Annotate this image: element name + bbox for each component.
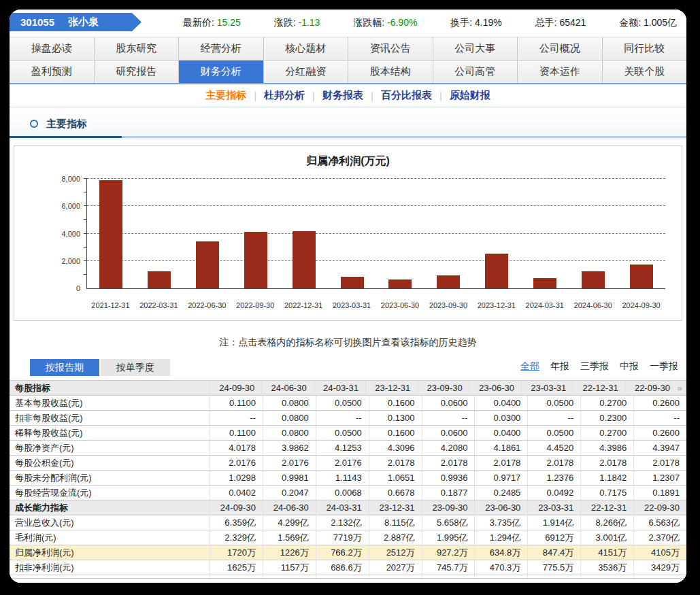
cell-value: 2.0176 <box>210 456 263 470</box>
cell-value: 4105万 <box>633 545 686 560</box>
nav-tab[interactable]: 关联个股 <box>603 61 687 83</box>
bar <box>533 278 556 288</box>
stat-value: 65421 <box>559 17 586 28</box>
stat-item: 涨跌幅: -6.90% <box>353 17 417 29</box>
x-axis-label: 2024-09-30 <box>617 301 665 309</box>
period-tab[interactable]: 按单季度 <box>101 359 170 376</box>
x-axis-label: 2022-03-31 <box>135 301 183 309</box>
subnav-link[interactable]: 百分比报表 <box>381 89 432 102</box>
column-header: 22-12-31 <box>580 500 633 515</box>
cell-value: 4.1861 <box>474 441 527 455</box>
stat-value: 1.005亿 <box>644 17 677 28</box>
nav-tab[interactable]: 分红融资 <box>264 61 348 83</box>
column-header: 24-06-30 <box>261 381 313 395</box>
column-header: 23-06-30 <box>474 500 527 515</box>
column-header: 23-09-30 <box>417 381 469 395</box>
row-label[interactable]: 稀释每股收益(元) <box>10 426 210 440</box>
report-filter-link[interactable]: 中报 <box>620 360 639 371</box>
report-filter-link[interactable]: 全部 <box>520 360 539 371</box>
section-underline-dark <box>10 136 122 138</box>
nav-tab[interactable]: 盈利预测 <box>10 61 94 83</box>
cell-value: 0.0600 <box>422 426 475 440</box>
subnav-link[interactable]: 财务报表 <box>322 89 363 102</box>
bottom-edge <box>10 578 686 583</box>
nav-tab[interactable]: 经营分析 <box>179 37 263 60</box>
column-header: 24-06-30 <box>263 500 316 515</box>
nav-tab[interactable]: 操盘必读 <box>10 37 94 60</box>
cell-value: 0.2600 <box>633 426 686 440</box>
section-header: 主要指标 <box>10 107 686 140</box>
cell-value: 0.2485 <box>474 486 527 500</box>
nav-tab[interactable]: 同行比较 <box>603 37 687 60</box>
cell-value: -- <box>422 411 475 425</box>
bar <box>293 231 316 288</box>
report-filter-link[interactable]: 一季报 <box>650 360 678 371</box>
cell-value: 5.658亿 <box>422 515 475 530</box>
subnav-link[interactable]: 主要指标 <box>205 89 246 102</box>
cell-value: 3.001亿 <box>580 530 633 545</box>
cell-value: 0.2700 <box>580 396 633 410</box>
stat-item: 换手: 4.19% <box>450 17 501 29</box>
subnav-link[interactable]: 原始财报 <box>450 89 490 102</box>
subnav-separator: | <box>371 90 373 101</box>
stat-label: 涨跌幅: <box>353 17 387 28</box>
bar-slot <box>376 179 424 288</box>
y-axis-label: 0 <box>16 284 80 292</box>
nav-tab[interactable]: 公司概况 <box>518 37 602 60</box>
row-label[interactable]: 营业总收入(元) <box>10 515 210 530</box>
cell-value: 4.3096 <box>369 441 422 455</box>
report-filter-link[interactable]: 三季报 <box>580 360 609 371</box>
cell-value: 2.0178 <box>527 456 580 470</box>
cell-value: -- <box>316 411 369 425</box>
row-label[interactable]: 毛利润(元) <box>10 530 210 545</box>
bar <box>437 275 460 288</box>
nav-tab[interactable]: 研究报告 <box>95 61 179 83</box>
row-label[interactable]: 每股公积金(元) <box>10 456 210 470</box>
nav-tab[interactable]: 核心题材 <box>264 37 348 60</box>
cell-value: 0.7175 <box>580 486 633 500</box>
row-label[interactable]: 每股经营现金流(元) <box>10 486 210 500</box>
nav-tab[interactable]: 资本运作 <box>518 61 602 83</box>
cell-value: 470.3万 <box>474 560 527 575</box>
cell-value: 2.329亿 <box>210 530 263 545</box>
nav-tab[interactable]: 财务分析 <box>179 61 263 83</box>
bar <box>485 254 508 288</box>
cell-value: 0.0500 <box>316 396 369 410</box>
cell-value: 1.2307 <box>633 471 686 485</box>
cell-value: 4.3986 <box>580 441 633 455</box>
sub-nav: 主要指标|杜邦分析|财务报表|百分比报表|原始财报 <box>10 84 686 107</box>
subnav-link[interactable]: 杜邦分析 <box>264 89 305 102</box>
cell-value: 745.7万 <box>422 560 475 575</box>
columns-scroll-icon[interactable]: » <box>674 381 685 395</box>
nav-tab[interactable]: 资讯公告 <box>348 37 433 60</box>
chart-title: 归属净利润(万元) <box>14 146 682 169</box>
table-row: 每股公积金(元)2.01762.01762.01762.01782.01782.… <box>10 456 686 471</box>
bar-slot <box>328 179 376 288</box>
row-label[interactable]: 归属净利润(元) <box>10 545 210 560</box>
nav-tab[interactable]: 股东研究 <box>95 37 179 60</box>
row-label[interactable]: 基本每股收益(元) <box>10 396 210 410</box>
nav-tab[interactable]: 股本结构 <box>348 61 433 83</box>
row-label[interactable]: 扣非每股收益(元) <box>10 411 210 425</box>
nav-tab[interactable]: 公司高管 <box>433 61 518 83</box>
row-label[interactable]: 每股净资产(元) <box>10 441 210 455</box>
cell-value: 0.0400 <box>474 396 527 410</box>
period-tab[interactable]: 按报告期 <box>30 359 99 376</box>
nav-tab[interactable]: 公司大事 <box>433 37 518 60</box>
cell-value: 2027万 <box>369 560 422 575</box>
row-label[interactable]: 扣非净利润(元) <box>10 560 210 575</box>
cell-value: 3536万 <box>580 560 633 575</box>
stat-value: -1.13 <box>298 17 320 28</box>
stat-value: -6.90% <box>387 17 417 28</box>
cell-value: 2512万 <box>369 545 422 560</box>
cell-value: 1157万 <box>263 560 316 575</box>
report-filter-link[interactable]: 年报 <box>550 360 569 371</box>
stat-item: 金额: 1.005亿 <box>619 17 677 29</box>
cell-value: 0.0500 <box>527 426 580 440</box>
row-label[interactable]: 每股未分配利润(元) <box>10 471 210 485</box>
cell-value: 4.4520 <box>527 441 580 455</box>
cell-value: 0.9981 <box>263 471 316 485</box>
subnav-separator: | <box>312 90 315 101</box>
cell-value: 2.370亿 <box>633 530 686 545</box>
column-header: 23-12-31 <box>369 500 422 515</box>
